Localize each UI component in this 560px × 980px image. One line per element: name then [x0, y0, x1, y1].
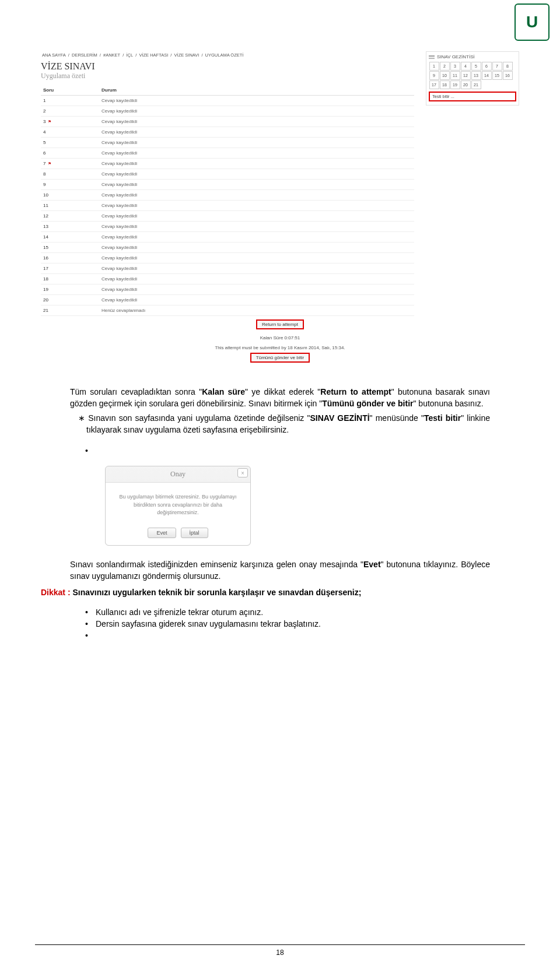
nav-question-button[interactable]: 15 — [492, 71, 502, 80]
question-status: Cevap kaydedildi — [99, 117, 414, 127]
nav-question-button[interactable]: 8 — [503, 62, 513, 71]
question-status: Cevap kaydedildi — [99, 253, 414, 264]
nav-question-button[interactable]: 21 — [471, 80, 481, 89]
nav-question-button[interactable]: 12 — [461, 71, 471, 80]
breadcrumb-item[interactable]: #ANKET — [103, 52, 120, 58]
col-durum: Durum — [99, 85, 414, 96]
question-status: Cevap kaydedildi — [99, 274, 414, 284]
breadcrumb-item[interactable]: DERSLERİM — [72, 52, 97, 58]
dikkat-text: Sınavınızı uygularken teknik bir sorunla… — [72, 588, 361, 597]
question-number: 16 — [41, 253, 99, 264]
question-number: 20 — [41, 295, 99, 305]
flag-icon: ⚑ — [47, 120, 51, 124]
table-row: 13Cevap kaydedildi — [41, 222, 414, 232]
question-number: 3 ⚑ — [41, 117, 99, 127]
nav-question-button[interactable]: 10 — [440, 71, 450, 80]
question-number: 21 — [41, 305, 99, 316]
close-icon[interactable]: × — [237, 468, 248, 477]
question-number: 5 — [41, 138, 99, 148]
return-to-attempt-button[interactable]: Return to attempt — [256, 319, 304, 329]
breadcrumb-item[interactable]: ANA SAYFA — [42, 52, 66, 58]
question-status: Cevap kaydedildi — [99, 148, 414, 159]
nav-title: SINAV GEZİNTİSİ — [437, 54, 475, 59]
nav-question-button[interactable]: 17 — [429, 80, 439, 89]
flag-icon: ⚑ — [47, 161, 51, 166]
question-status: Cevap kaydedildi — [99, 180, 414, 190]
bullet-1: Kullanıcı adı ve şifrenizle tekrar oturu… — [70, 607, 490, 617]
table-row: 5Cevap kaydedildi — [41, 138, 414, 148]
quiz-summary-screenshot: ANA SAYFA / DERSLERİM / #ANKET / İÇL / V… — [41, 52, 519, 363]
question-status: Cevap kaydedildi — [99, 222, 414, 232]
nav-question-button[interactable]: 18 — [440, 80, 450, 89]
question-status: Henüz cevaplanmadı — [99, 305, 414, 316]
table-row: 8Cevap kaydedildi — [41, 169, 414, 180]
bullet-empty-2 — [70, 631, 490, 640]
table-row: 2Cevap kaydedildi — [41, 106, 414, 117]
question-number: 1 — [41, 96, 99, 106]
breadcrumb-item[interactable]: VİZE SINAVI — [174, 52, 200, 58]
table-row: 6Cevap kaydedildi — [41, 148, 414, 159]
breadcrumb-item[interactable]: İÇL — [126, 52, 133, 58]
nav-question-button[interactable]: 20 — [461, 80, 471, 89]
bullet-2: Dersin sayfasına giderek sınav uygulamas… — [70, 619, 490, 628]
table-row: 21Henüz cevaplanmadı — [41, 305, 414, 316]
question-number: 9 — [41, 180, 99, 190]
question-number: 17 — [41, 264, 99, 274]
menu-icon — [429, 54, 435, 59]
nav-question-button[interactable]: 3 — [450, 62, 460, 71]
table-row: 7 ⚑Cevap kaydedildi — [41, 159, 414, 169]
question-number: 15 — [41, 243, 99, 253]
page-number: 18 — [276, 949, 284, 957]
deadline-text: This attempt must be submitted by 18 Kas… — [41, 345, 519, 350]
finish-test-link[interactable]: Testi bitir ... — [429, 92, 516, 101]
question-number: 8 — [41, 169, 99, 180]
table-row: 15Cevap kaydedildi — [41, 243, 414, 253]
quiz-navigation-panel: SINAV GEZİNTİSİ 123456789101112131415161… — [426, 51, 519, 106]
question-number: 6 — [41, 148, 99, 159]
summary-table: Soru Durum 1Cevap kaydedildi2Cevap kayde… — [41, 85, 414, 316]
question-status: Cevap kaydedildi — [99, 159, 414, 169]
nav-question-button[interactable]: 6 — [482, 62, 492, 71]
table-row: 20Cevap kaydedildi — [41, 295, 414, 305]
question-status: Cevap kaydedildi — [99, 243, 414, 253]
question-status: Cevap kaydedildi — [99, 232, 414, 243]
footer-rule — [35, 944, 525, 945]
table-row: 18Cevap kaydedildi — [41, 274, 414, 284]
nav-question-button[interactable]: 11 — [450, 71, 460, 80]
nav-question-button[interactable]: 19 — [450, 80, 460, 89]
confirm-dialog-screenshot: Onay × Bu uygulamayı bitirmek üzeresiniz… — [105, 466, 251, 546]
instruction-sub-asterisk: ∗ Sınavın son sayfasında yani uygulama ö… — [70, 412, 490, 436]
dialog-yes-button[interactable]: Evet — [148, 528, 176, 538]
question-number: 11 — [41, 201, 99, 211]
question-number: 12 — [41, 211, 99, 222]
submit-all-button[interactable]: Tümünü gönder ve bitir — [250, 353, 310, 363]
dialog-title: Onay — [170, 470, 186, 479]
instruction-paragraph-2: Sınavı sonlandırmak istediğinizden emins… — [70, 559, 490, 582]
table-row: 10Cevap kaydedildi — [41, 190, 414, 201]
dialog-cancel-button[interactable]: İptal — [181, 528, 208, 538]
table-row: 12Cevap kaydedildi — [41, 211, 414, 222]
nav-question-button[interactable]: 13 — [471, 71, 481, 80]
table-row: 4Cevap kaydedildi — [41, 127, 414, 138]
nav-question-button[interactable]: 16 — [503, 71, 513, 80]
question-number: 10 — [41, 190, 99, 201]
question-number: 7 ⚑ — [41, 159, 99, 169]
nav-question-button[interactable]: 2 — [440, 62, 450, 71]
table-row: 14Cevap kaydedildi — [41, 232, 414, 243]
question-status: Cevap kaydedildi — [99, 211, 414, 222]
nav-question-button[interactable]: 4 — [461, 62, 471, 71]
breadcrumb-item[interactable]: VİZE HAFTASI — [139, 52, 168, 58]
question-number: 14 — [41, 232, 99, 243]
nav-question-button[interactable]: 7 — [492, 62, 502, 71]
nav-question-button[interactable]: 5 — [471, 62, 481, 71]
breadcrumb-item[interactable]: UYGULAMA ÖZETİ — [205, 52, 244, 58]
brand-logo: U — [514, 3, 550, 41]
table-row: 19Cevap kaydedildi — [41, 284, 414, 295]
nav-question-button[interactable]: 1 — [429, 62, 439, 71]
question-number: 2 — [41, 106, 99, 117]
nav-question-button[interactable]: 9 — [429, 71, 439, 80]
question-number: 19 — [41, 284, 99, 295]
nav-question-button[interactable]: 14 — [482, 71, 492, 80]
remaining-time: Kalan Süre 0:07:51 — [41, 335, 519, 340]
question-status: Cevap kaydedildi — [99, 284, 414, 295]
